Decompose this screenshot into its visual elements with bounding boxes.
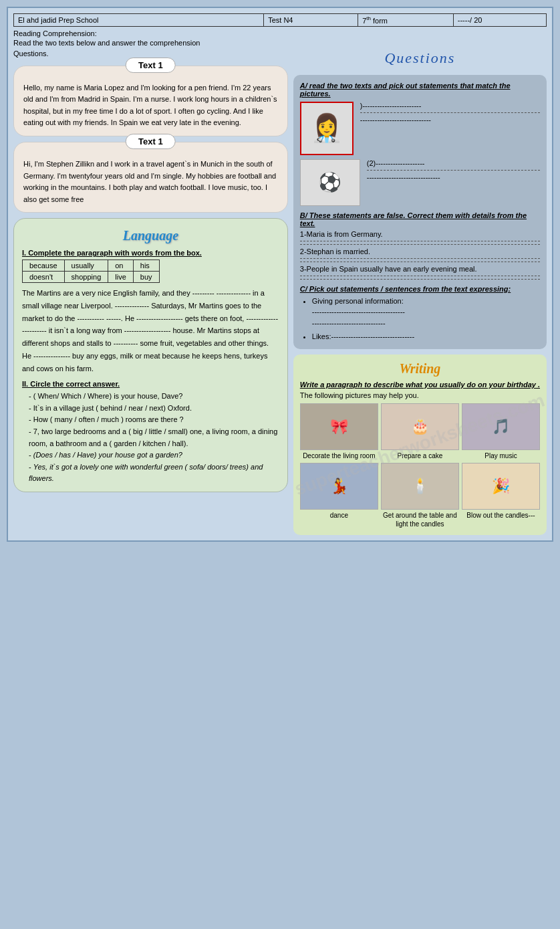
text1-box: Text 1 Hello, my name is Maria Lopez and…: [13, 66, 288, 136]
images-row-2: ⚽ (2)-------------------- --------------…: [300, 159, 540, 206]
page: El ahd jadid Prep School Test N4 7th for…: [7, 7, 553, 542]
questions-title: Questions: [293, 49, 547, 67]
c-dash1: --------------------------------------: [312, 308, 405, 316]
pic-cake-img: 🎂: [381, 403, 459, 450]
header-table: El ahd jadid Prep School Test N4 7th for…: [13, 13, 547, 27]
word-table: because usually on his doesn't shopping …: [22, 260, 160, 283]
word-cell: usually: [64, 260, 108, 272]
pic-candles-label: Get around the table and light the candl…: [381, 511, 459, 528]
pic-music-label: Play music: [484, 451, 517, 460]
text2-label: Text 1: [126, 134, 176, 149]
word-cell: shopping: [64, 272, 108, 283]
word-cell: his: [133, 260, 159, 272]
writing-title: Writing: [300, 361, 540, 377]
picture-nurse: 👩‍⚕️: [300, 102, 354, 155]
test-name: Test N4: [264, 14, 358, 27]
dashed-line: [367, 170, 540, 171]
pic-item-blowout: 🎉 Blow out the candles---: [462, 463, 540, 528]
dashed-line: [300, 279, 540, 280]
pic1-dash: )------------------------: [360, 102, 540, 110]
text2-content: Hi, I'm Stephen Zillikn and I work in a …: [23, 159, 278, 205]
section-c-title: C/ Pick out statements / sentences from …: [300, 285, 540, 293]
circle-item: - ( When/ Which / Where) is your house, …: [29, 391, 279, 403]
circle-item: - How ( many / often / much ) rooms are …: [29, 414, 279, 426]
questions-word: Questions.: [13, 49, 288, 58]
pic-blowout-img: 🎉: [462, 463, 540, 510]
pic-item-music: 🎵 Play music: [462, 403, 540, 460]
writing-box: superteacherworksheets.com Writing Write…: [293, 354, 547, 535]
section-b-title: B/ These statements are false. Correct t…: [300, 211, 540, 227]
dashed-line: [300, 262, 540, 262]
c-item1: Giving personal information: -----------…: [312, 296, 540, 329]
pic-music-img: 🎵: [462, 403, 540, 450]
pics-grid: 🎀 Decorate the living room 🎂 Prepare a c…: [300, 403, 540, 528]
fill-paragraph: The Martins are a very nice English fami…: [22, 287, 279, 375]
reading-label: Reading Comprehension:: [13, 29, 547, 37]
score: -----/ 20: [453, 14, 546, 27]
pic-decorate-label: Decorate the living room: [303, 451, 375, 460]
pic-cake-label: Prepare a cake: [397, 451, 442, 460]
left-column: Questions. Text 1 Hello, my name is Mari…: [13, 49, 288, 535]
circle-item: - 7, two large bedrooms and a ( big / li…: [29, 426, 279, 449]
circle-title: II. Circle the correct answer.: [22, 380, 279, 388]
b-item1: 1-Maria is from Germany.: [300, 230, 540, 238]
word-cell: because: [23, 260, 65, 272]
circle-section: II. Circle the correct answer. - ( When/…: [22, 380, 279, 485]
circle-item: - (Does / has / Have) your house got a g…: [29, 449, 279, 461]
pic-decorate-img: 🎀: [300, 403, 378, 450]
text2-box: Text 1 Hi, I'm Stephen Zillikn and I wor…: [13, 142, 288, 213]
word-cell: buy: [133, 272, 159, 283]
section-a: A/ read the two texts and pick out state…: [293, 75, 547, 349]
language-title: Language: [22, 228, 279, 243]
lang-section1-title: I. Complete the paragraph with words fro…: [22, 249, 279, 257]
pic-blowout-label: Blow out the candles---: [466, 511, 535, 520]
b-item3: 3-People in Spain usually have an early …: [300, 265, 540, 273]
right-column: Questions A/ read the two texts and pick…: [293, 49, 547, 535]
c-dash2: ------------------------------: [312, 319, 386, 327]
word-cell: live: [108, 272, 134, 283]
pic-dance-img: 💃: [300, 463, 378, 510]
word-cell: on: [108, 260, 134, 272]
pic2-label: (2)--------------------: [367, 159, 540, 167]
pic-item-dance: 💃 dance: [300, 463, 378, 528]
dashed-line: [360, 112, 540, 113]
images-row-1: 👩‍⚕️ )------------------------ ---------…: [300, 102, 540, 155]
dashed-line: [300, 276, 540, 276]
text1-content: Hello, my name is Maria Lopez and I'm lo…: [23, 82, 278, 129]
circle-items-list: - ( When/ Which / Where) is your house, …: [22, 391, 279, 485]
word-cell: doesn't: [23, 272, 65, 283]
pic-item-cake: 🎂 Prepare a cake: [381, 403, 459, 460]
pic-item-decorate: 🎀 Decorate the living room: [300, 403, 378, 460]
b-item2: 2-Stephan is married.: [300, 247, 540, 255]
form-info: 7th form: [358, 14, 454, 27]
circle-item: - Yes, it`s got a lovely one with wonder…: [29, 461, 279, 485]
instruction: Read the two texts below and answer the …: [13, 39, 547, 47]
writing-note: The following pictures may help you.: [300, 391, 540, 399]
pic-candles-img: 🕯️: [381, 463, 459, 510]
dashed-line: [300, 244, 540, 245]
picture-sport: ⚽: [300, 159, 360, 206]
section-a-title: A/ read the two texts and pick out state…: [300, 82, 540, 98]
writing-instruction: Write a paragraph to describe what you u…: [300, 381, 540, 389]
pic2-dash2: ------------------------------: [367, 173, 540, 181]
dashed-line: [300, 258, 540, 259]
text1-label: Text 1: [126, 58, 176, 73]
circle-item: - It`s in a village just ( behind / near…: [29, 403, 279, 415]
dashed-line: [300, 241, 540, 241]
pic-item-candles: 🕯️ Get around the table and light the ca…: [381, 463, 459, 528]
language-box: Language I. Complete the paragraph with …: [13, 218, 288, 492]
pic1-dash2: -----------------------------: [360, 116, 540, 124]
school-name: El ahd jadid Prep School: [14, 14, 264, 27]
pic-dance-label: dance: [330, 511, 348, 520]
c-item2: Likes:----------------------------------: [312, 331, 540, 342]
